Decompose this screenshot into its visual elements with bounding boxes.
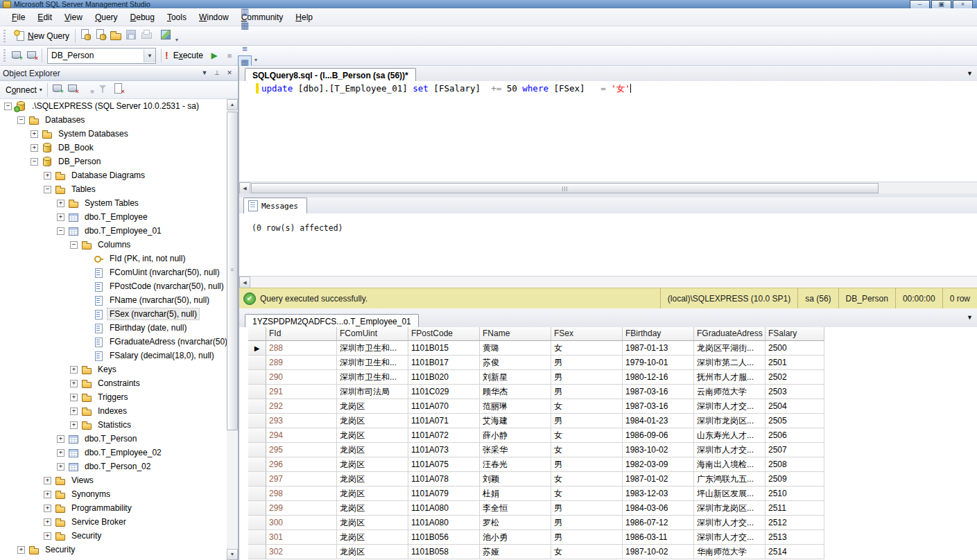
toolbar-overflow-icon[interactable]: ▾ [175, 37, 178, 45]
tree-item[interactable]: +DB_Book [0, 141, 227, 155]
grid-cell[interactable]: 289 [266, 356, 337, 370]
grid-cell[interactable]: 龙岗区 [337, 501, 408, 516]
grid-cell[interactable]: 苏俊 [480, 356, 551, 370]
grid-cell[interactable]: 坪山新区发展... [694, 487, 766, 501]
grid-cell[interactable]: 1101B056 [408, 530, 480, 545]
new-query-button[interactable]: New Query [9, 28, 73, 44]
messages-horizontal-scrollbar[interactable]: ◀ [239, 276, 977, 288]
row-selector[interactable] [248, 516, 266, 530]
grid-cell[interactable]: 范丽琳 [480, 399, 551, 414]
tree-item[interactable]: +Views [0, 473, 227, 487]
tree-item[interactable]: +Triggers [0, 390, 227, 404]
template-parameters-icon[interactable]: ▥ [238, 4, 252, 18]
expand-icon[interactable]: + [44, 172, 51, 180]
grid-cell[interactable]: 1986-09-06 [623, 428, 694, 443]
grid-cell[interactable]: 深圳市第二人... [694, 356, 766, 370]
menu-item-window[interactable]: Window [193, 10, 235, 24]
scroll-up-icon[interactable]: ▲ [227, 99, 238, 110]
toolbar-grip[interactable] [3, 49, 6, 62]
grid-cell[interactable]: 1986-03-11 [623, 530, 694, 545]
chevron-down-icon[interactable]: ▼ [144, 49, 155, 62]
tree-item[interactable]: +Security [0, 543, 227, 557]
grid-cell[interactable]: 2512 [766, 516, 824, 530]
activity-monitor-icon[interactable] [159, 28, 172, 41]
grid-cell[interactable]: 1101A079 [408, 487, 480, 501]
grid-cell[interactable]: 艾海建 [480, 414, 551, 428]
grid-cell[interactable]: 1101B017 [408, 356, 480, 370]
grid-cell[interactable]: 深圳市卫生和... [337, 356, 408, 370]
close-button[interactable]: × [953, 0, 973, 8]
change-connection-icon[interactable]: × [26, 49, 38, 62]
grid-cell[interactable]: 男 [551, 370, 623, 385]
grid-cell[interactable]: 龙岗区 [337, 399, 408, 414]
tree-item[interactable]: −.\SQLEXPRESS (SQL Server 10.0.2531 - sa… [0, 99, 227, 113]
expand-icon[interactable]: + [44, 518, 51, 526]
grid-cell[interactable]: 男 [551, 457, 623, 472]
menu-item-edit[interactable]: Edit [31, 10, 58, 24]
grid-cell[interactable]: 龙岗区 [337, 443, 408, 457]
row-selector[interactable] [248, 428, 266, 443]
grid-cell[interactable]: 1987-03-16 [623, 399, 694, 414]
tree-item[interactable]: FBirthday (date, null) [0, 321, 227, 335]
grid-cell[interactable]: 女 [551, 428, 623, 443]
connect-server-icon[interactable]: + [51, 82, 64, 95]
grid-cell[interactable]: 1101A080 [408, 501, 480, 516]
grid-cell[interactable]: 龙岗区 [337, 472, 408, 487]
sql-code-line[interactable]: update [dbo].[T_Employee_01] set [FSalar… [261, 83, 631, 95]
grid-cell[interactable]: 2508 [766, 457, 824, 472]
toolbar-grip[interactable] [3, 30, 6, 42]
grid-cell[interactable]: 女 [551, 487, 623, 501]
stop-icon[interactable]: ■ [82, 82, 94, 95]
column-header-fbirthday[interactable]: FBirthday [623, 327, 694, 341]
grid-cell[interactable]: 2510 [766, 487, 824, 501]
row-selector[interactable] [248, 356, 266, 370]
grid-cell[interactable]: 299 [266, 501, 337, 516]
grid-cell[interactable]: 2505 [766, 414, 824, 428]
expand-icon[interactable]: + [57, 213, 64, 221]
tree-item[interactable]: +Synonyms [0, 487, 227, 501]
expand-icon[interactable]: + [70, 421, 78, 429]
grid-cell[interactable]: 297 [266, 472, 337, 487]
tree-item[interactable]: −Databases [0, 113, 227, 127]
grid-cell[interactable]: 李全恒 [480, 501, 551, 516]
grid-cell[interactable]: 300 [266, 516, 337, 530]
row-selector[interactable] [248, 487, 266, 501]
grid-cell[interactable]: 1982-03-09 [623, 457, 694, 472]
expand-icon[interactable]: + [44, 532, 51, 540]
row-selector[interactable] [248, 472, 266, 487]
scroll-down-icon[interactable]: ▼ [227, 549, 238, 560]
column-header-fid[interactable]: FId [266, 327, 337, 341]
grid-cell[interactable]: 华南师范大学 [694, 545, 766, 559]
grid-cell[interactable]: 龙岗区 [337, 457, 408, 472]
grid-cell[interactable]: 1101A071 [408, 414, 480, 428]
object-explorer-header[interactable]: Object Explorer ▼ ⊥ ✕ [0, 66, 238, 81]
grid-cell[interactable]: 2507 [766, 443, 824, 457]
column-header-fgraduateadress[interactable]: FGraduateAdress [694, 327, 766, 341]
grid-cell[interactable]: 291 [266, 385, 337, 399]
menu-item-view[interactable]: View [58, 10, 89, 24]
collapse-icon[interactable]: − [44, 186, 51, 193]
grid-cell[interactable]: 1101B015 [408, 341, 480, 356]
grid-cell[interactable]: 广东鸿联九五... [694, 472, 766, 487]
grid-cell[interactable]: 2509 [766, 472, 824, 487]
row-selector[interactable] [248, 457, 266, 472]
grid-cell[interactable]: 298 [266, 487, 337, 501]
grid-cell[interactable]: 汪春光 [480, 457, 551, 472]
grid-cell[interactable]: 1986-07-12 [623, 516, 694, 530]
grid-cell[interactable]: 2513 [766, 530, 824, 545]
grid-cell[interactable]: 女 [551, 443, 623, 457]
row-selector[interactable] [248, 370, 266, 385]
column-header-fsalary[interactable]: FSalary [766, 327, 824, 341]
collapse-icon[interactable]: − [70, 241, 78, 249]
minimize-button[interactable]: – [910, 0, 930, 8]
row-selector[interactable] [248, 443, 266, 457]
grid-cell[interactable]: 深圳市龙岗区... [694, 414, 766, 428]
grid-cell[interactable]: 295 [266, 443, 337, 457]
tree-item[interactable]: FSex (nvarchar(5), null) [0, 307, 227, 321]
grid-cell[interactable]: 海南出入境检... [694, 457, 766, 472]
grid-cell[interactable]: 1984-01-23 [623, 414, 694, 428]
grid-cell[interactable]: 龙岗区 [337, 487, 408, 501]
collapse-icon[interactable]: − [17, 116, 25, 124]
tree-item[interactable]: +Programmability [0, 501, 227, 515]
tree-item[interactable]: −DB_Person [0, 155, 227, 168]
